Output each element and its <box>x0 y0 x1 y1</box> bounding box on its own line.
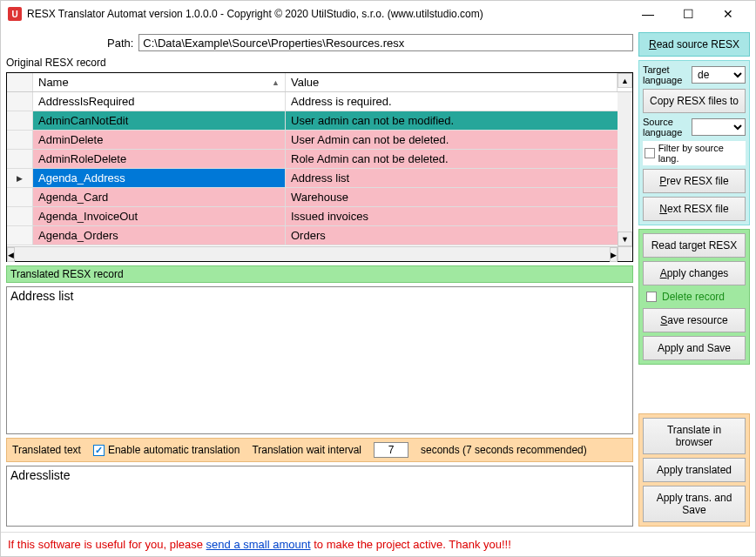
translated-text-label: Translated text <box>12 444 81 456</box>
original-resx-label: Original RESX record <box>6 57 633 69</box>
row-selector[interactable] <box>7 207 33 225</box>
apply-changes-button[interactable]: Apply changes <box>643 261 746 285</box>
titlebar: U RESX Translator Automat version 1.0.0.… <box>1 1 755 27</box>
delete-record-checkbox[interactable]: Delete record <box>643 289 746 305</box>
translated-actions-panel: Read target RESX Apply changes Delete re… <box>638 229 750 365</box>
row-selector[interactable] <box>7 111 33 130</box>
apply-trans-save-button[interactable]: Apply trans. and Save <box>643 486 746 522</box>
translate-in-browser-button[interactable]: Translate in browser <box>643 418 746 454</box>
enable-auto-checkbox[interactable]: Enable automatic translation <box>93 444 240 456</box>
source-lang-select[interactable] <box>692 118 746 136</box>
path-label: Path: <box>107 37 133 50</box>
translated-record-label: Translated RESX record <box>6 265 633 283</box>
copy-resx-button[interactable]: Copy RESX files to <box>643 89 746 113</box>
translated-text-box[interactable]: Adressliste <box>6 466 633 527</box>
source-lang-label: Source language <box>643 117 688 138</box>
read-target-button[interactable]: Read target RESX <box>643 233 746 258</box>
checkbox-icon <box>645 148 655 158</box>
table-row[interactable]: AdminCanNotEditUser admin can not be mod… <box>7 111 632 131</box>
horizontal-scrollbar[interactable]: ◀ ▶ <box>7 246 632 261</box>
apply-translated-button[interactable]: Apply translated <box>643 458 746 482</box>
cell-value[interactable]: Orders <box>286 226 632 245</box>
scroll-up-button[interactable]: ▲ <box>618 73 632 88</box>
read-source-button[interactable]: Read source RESX <box>638 32 750 57</box>
next-resx-button[interactable]: Next RESX file <box>643 197 746 221</box>
cell-name[interactable]: AddressIsRequired <box>33 92 286 111</box>
app-icon: U <box>8 7 22 21</box>
target-lang-label: Target language <box>643 64 688 85</box>
maximize-button[interactable]: ☐ <box>668 1 708 27</box>
cell-name[interactable]: AdminRoleDelete <box>33 150 286 168</box>
cell-value[interactable]: User Admin can not be deleted. <box>286 131 632 149</box>
cell-name[interactable]: Agenda_Address <box>33 169 286 187</box>
row-selector[interactable] <box>7 226 33 245</box>
footer-message: If this software is useful for you, plea… <box>1 532 755 556</box>
cell-name[interactable]: Agenda_Card <box>33 188 286 206</box>
window-title: RESX Translator Automat version 1.0.0.0 … <box>27 8 628 20</box>
translate-actions-panel: Translate in browser Apply translated Ap… <box>638 413 750 527</box>
cell-name[interactable]: AdminCanNotEdit <box>33 111 286 130</box>
cell-name[interactable]: AdminDelete <box>33 131 286 149</box>
scroll-left-button[interactable]: ◀ <box>7 247 15 262</box>
resx-grid[interactable]: Name Value ▲ AddressIsRequiredAddress is… <box>6 72 633 262</box>
cell-value[interactable]: Address list <box>286 169 632 187</box>
cell-value[interactable]: Issued invoices <box>286 207 632 225</box>
table-row[interactable]: AddressIsRequiredAddress is required. <box>7 92 632 111</box>
scroll-down-button[interactable]: ▼ <box>618 232 632 246</box>
close-button[interactable]: ✕ <box>708 1 748 27</box>
cell-value[interactable]: Warehouse <box>286 188 632 206</box>
app-window: U RESX Translator Automat version 1.0.0.… <box>0 0 756 557</box>
checkbox-icon <box>646 292 657 302</box>
table-row[interactable]: Agenda_OrdersOrders <box>7 226 632 245</box>
row-selector[interactable] <box>7 150 33 168</box>
cell-value[interactable]: Role Admin can not be deleted. <box>286 150 632 168</box>
cell-name[interactable]: Agenda_Orders <box>33 226 286 245</box>
row-selector[interactable] <box>7 92 33 111</box>
grid-corner <box>7 73 33 91</box>
filter-by-source-checkbox[interactable]: Filter by source lang. <box>643 141 746 165</box>
row-selector[interactable] <box>7 188 33 206</box>
interval-spinner[interactable] <box>374 442 408 458</box>
table-row[interactable]: Agenda_CardWarehouse <box>7 188 632 207</box>
table-row[interactable]: Agenda_AddressAddress list <box>7 169 632 188</box>
cell-name[interactable]: Agenda_InvoiceOut <box>33 207 286 225</box>
table-row[interactable]: AdminDeleteUser Admin can not be deleted… <box>7 131 632 150</box>
check-icon <box>93 445 105 456</box>
apply-and-save-button[interactable]: Apply and Save <box>643 336 746 360</box>
translated-text-bar: Translated text Enable automatic transla… <box>6 438 633 462</box>
row-selector[interactable] <box>7 131 33 149</box>
scroll-right-button[interactable]: ▶ <box>610 247 618 262</box>
cell-value[interactable]: Address is required. <box>286 92 632 111</box>
column-header-name[interactable]: Name <box>33 73 286 91</box>
prev-resx-button[interactable]: Prev RESX file <box>643 169 746 193</box>
table-row[interactable]: Agenda_InvoiceOutIssued invoices <box>7 207 632 226</box>
language-panel: Target language de Copy RESX files to So… <box>638 60 750 225</box>
interval-suffix: seconds (7 seconds recommended) <box>421 444 587 456</box>
donate-link[interactable]: send a small amount <box>206 538 311 551</box>
cell-value[interactable]: User admin can not be modified. <box>286 111 632 130</box>
column-header-value[interactable]: Value <box>286 73 618 91</box>
translated-record-text[interactable]: Address list <box>6 286 633 434</box>
minimize-button[interactable]: — <box>628 1 668 27</box>
table-row[interactable]: AdminRoleDeleteRole Admin can not be del… <box>7 150 632 169</box>
vertical-scrollbar[interactable]: ▼ <box>618 92 632 246</box>
target-lang-select[interactable]: de <box>692 66 746 84</box>
interval-label: Translation wait interval <box>252 444 361 456</box>
row-selector[interactable] <box>7 169 33 187</box>
save-resource-button[interactable]: Save resource <box>643 308 746 332</box>
path-input[interactable] <box>138 34 633 51</box>
